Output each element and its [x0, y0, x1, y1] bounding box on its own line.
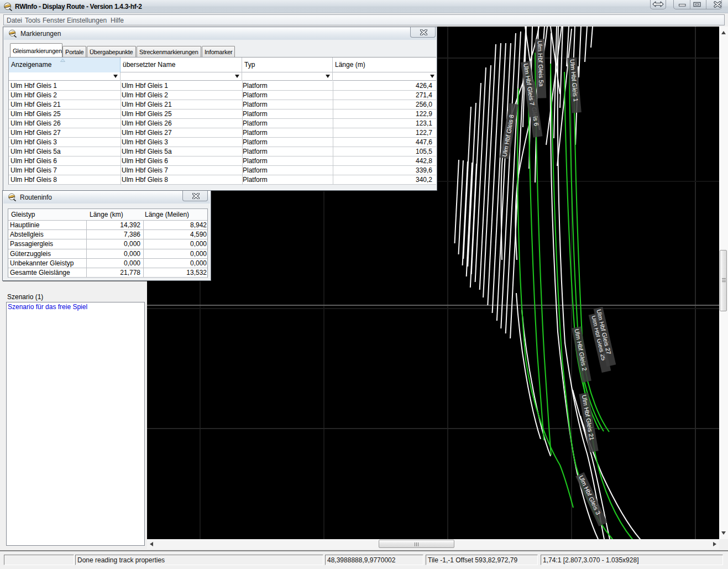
svg-text:Ulm Hbf Gleis 3: Ulm Hbf Gleis 3	[578, 474, 601, 516]
